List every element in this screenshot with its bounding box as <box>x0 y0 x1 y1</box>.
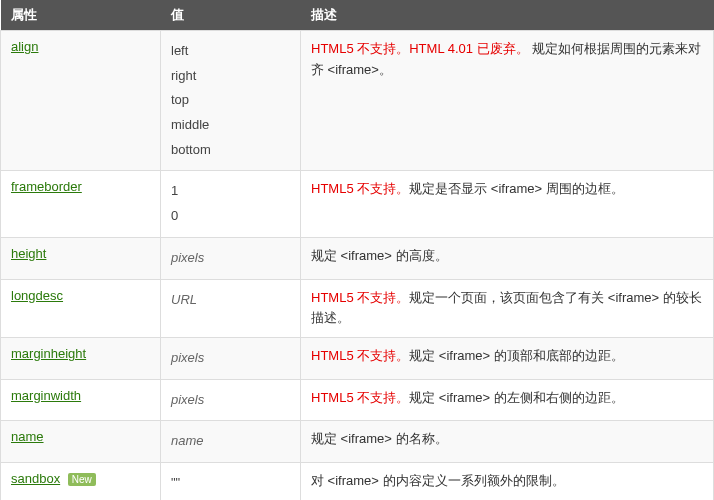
value-option: middle <box>171 113 290 138</box>
value-option: allow-forms <box>171 496 290 500</box>
value-option: right <box>171 64 290 89</box>
attr-link-height[interactable]: height <box>11 246 46 261</box>
table-row: marginwidthpixelsHTML5 不支持。规定 <iframe> 的… <box>1 379 714 421</box>
desc-text: 规定是否显示 <iframe> 周围的边框。 <box>409 181 624 196</box>
table-row: namename规定 <iframe> 的名称。 <box>1 421 714 463</box>
table-header-row: 属性 值 描述 <box>1 0 714 31</box>
value-cell: 10 <box>161 171 301 237</box>
desc-cell: HTML5 不支持。规定一个页面，该页面包含了有关 <iframe> 的较长描述… <box>301 279 714 338</box>
desc-cell: HTML5 不支持。规定 <iframe> 的左侧和右侧的边距。 <box>301 379 714 421</box>
desc-text: 规定 <iframe> 的高度。 <box>311 248 448 263</box>
value-option: name <box>171 429 290 454</box>
new-badge: New <box>68 473 96 486</box>
desc-cell: HTML5 不支持。规定 <iframe> 的顶部和底部的边距。 <box>301 338 714 380</box>
header-value: 值 <box>161 0 301 31</box>
value-option: URL <box>171 288 290 313</box>
desc-text: 规定 <iframe> 的左侧和右侧的边距。 <box>409 390 624 405</box>
attr-link-sandbox[interactable]: sandbox <box>11 471 60 486</box>
desc-cell: 规定 <iframe> 的名称。 <box>301 421 714 463</box>
value-cell: pixels <box>161 237 301 279</box>
value-cell: pixels <box>161 379 301 421</box>
value-cell: name <box>161 421 301 463</box>
attr-link-name[interactable]: name <box>11 429 44 444</box>
desc-unsupported: HTML5 不支持。 <box>311 181 409 196</box>
value-option: pixels <box>171 346 290 371</box>
value-option: pixels <box>171 388 290 413</box>
value-option: left <box>171 39 290 64</box>
attr-link-marginheight[interactable]: marginheight <box>11 346 86 361</box>
desc-text: 规定 <iframe> 的名称。 <box>311 431 448 446</box>
table-row: frameborder10HTML5 不支持。规定是否显示 <iframe> 周… <box>1 171 714 237</box>
value-option: bottom <box>171 138 290 163</box>
value-option: pixels <box>171 246 290 271</box>
desc-cell: 规定 <iframe> 的高度。 <box>301 237 714 279</box>
desc-unsupported: HTML5 不支持。 <box>311 390 409 405</box>
desc-text: 对 <iframe> 的内容定义一系列额外的限制。 <box>311 473 565 488</box>
attr-link-longdesc[interactable]: longdesc <box>11 288 63 303</box>
table-row: sandbox New""allow-formsallow-same-origi… <box>1 463 714 500</box>
header-desc: 描述 <box>301 0 714 31</box>
desc-cell: HTML5 不支持。规定是否显示 <iframe> 周围的边框。 <box>301 171 714 237</box>
attributes-table: 属性 值 描述 alignleftrighttopmiddlebottomHTM… <box>0 0 714 500</box>
value-cell: ""allow-formsallow-same-originallow-scri… <box>161 463 301 500</box>
desc-unsupported: HTML5 不支持。HTML 4.01 已废弃。 <box>311 41 529 56</box>
desc-text: 规定 <iframe> 的顶部和底部的边距。 <box>409 348 624 363</box>
header-attr: 属性 <box>1 0 161 31</box>
value-option: top <box>171 88 290 113</box>
attr-link-marginwidth[interactable]: marginwidth <box>11 388 81 403</box>
desc-cell: 对 <iframe> 的内容定义一系列额外的限制。 <box>301 463 714 500</box>
table-row: marginheightpixelsHTML5 不支持。规定 <iframe> … <box>1 338 714 380</box>
value-option: "" <box>171 471 290 496</box>
value-cell: leftrighttopmiddlebottom <box>161 31 301 171</box>
attr-link-frameborder[interactable]: frameborder <box>11 179 82 194</box>
value-cell: pixels <box>161 338 301 380</box>
desc-unsupported: HTML5 不支持。 <box>311 348 409 363</box>
value-cell: URL <box>161 279 301 338</box>
table-row: heightpixels规定 <iframe> 的高度。 <box>1 237 714 279</box>
value-option: 0 <box>171 204 290 229</box>
table-row: alignleftrighttopmiddlebottomHTML5 不支持。H… <box>1 31 714 171</box>
table-row: longdescURLHTML5 不支持。规定一个页面，该页面包含了有关 <if… <box>1 279 714 338</box>
attr-link-align[interactable]: align <box>11 39 38 54</box>
value-option: 1 <box>171 179 290 204</box>
desc-unsupported: HTML5 不支持。 <box>311 290 409 305</box>
desc-cell: HTML5 不支持。HTML 4.01 已废弃。 规定如何根据周围的元素来对齐 … <box>301 31 714 171</box>
